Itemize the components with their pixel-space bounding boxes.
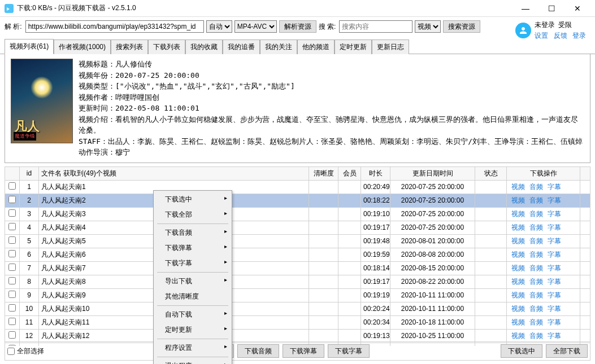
row-checkbox[interactable] bbox=[8, 182, 16, 190]
col-status[interactable]: 状态 bbox=[475, 166, 507, 180]
close-button[interactable]: ✕ bbox=[564, 0, 590, 17]
op-sub[interactable]: 字幕 bbox=[548, 264, 561, 272]
row-checkbox[interactable] bbox=[8, 318, 16, 325]
op-sub[interactable]: 字幕 bbox=[548, 223, 561, 231]
tab-0[interactable]: 视频列表(61) bbox=[5, 39, 54, 54]
tab-1[interactable]: 作者视频(1000) bbox=[54, 40, 111, 54]
row-checkbox[interactable] bbox=[8, 291, 16, 298]
op-video[interactable]: 视频 bbox=[511, 237, 525, 245]
col-duration[interactable]: 时长 bbox=[361, 166, 390, 180]
table-row[interactable]: 8凡人风起天南800:19:172020-08-22 20:00:00视频音频字… bbox=[5, 275, 590, 288]
tab-8[interactable]: 定时更新 bbox=[335, 40, 372, 54]
row-checkbox[interactable] bbox=[8, 264, 16, 271]
col-name[interactable]: 文件名 获取到(49)个视频 bbox=[39, 166, 309, 180]
table-row[interactable]: 1凡人风起天南100:20:492020-07-25 20:00:00视频音频字… bbox=[5, 180, 590, 194]
download-danmu-button[interactable]: 下载弹幕 bbox=[283, 344, 324, 358]
row-checkbox[interactable] bbox=[8, 209, 16, 217]
op-audio[interactable]: 音频 bbox=[529, 264, 543, 272]
op-video[interactable]: 视频 bbox=[511, 196, 525, 204]
download-sub-button[interactable]: 下载字幕 bbox=[328, 344, 370, 358]
select-all-checkbox[interactable]: 全部选择 bbox=[7, 347, 44, 356]
menu-item[interactable]: 下载字幕 bbox=[155, 256, 231, 271]
op-audio[interactable]: 音频 bbox=[529, 332, 543, 340]
op-sub[interactable]: 字幕 bbox=[548, 210, 561, 218]
table-row[interactable]: 6凡人风起天南600:19:592020-08-08 20:00:00视频音频字… bbox=[5, 248, 590, 261]
download-selected-button[interactable]: 下载选中 bbox=[501, 344, 542, 358]
link-settings[interactable]: 设置 bbox=[535, 32, 548, 40]
op-sub[interactable]: 字幕 bbox=[548, 332, 561, 340]
op-sub[interactable]: 字幕 bbox=[548, 237, 561, 245]
menu-item[interactable]: 退出程序 bbox=[155, 358, 231, 365]
op-video[interactable]: 视频 bbox=[511, 332, 525, 340]
col-vip[interactable]: 会员 bbox=[338, 166, 361, 180]
op-video[interactable]: 视频 bbox=[511, 278, 525, 286]
menu-item[interactable]: 下载全部 bbox=[155, 207, 231, 222]
op-audio[interactable]: 音频 bbox=[529, 278, 543, 286]
search-input[interactable] bbox=[339, 20, 412, 33]
op-video[interactable]: 视频 bbox=[511, 318, 525, 326]
search-button[interactable]: 搜索资源 bbox=[443, 20, 480, 33]
col-date[interactable]: 更新日期时间 bbox=[390, 166, 475, 180]
tab-2[interactable]: 搜索列表 bbox=[111, 40, 148, 54]
op-sub[interactable]: 字幕 bbox=[548, 318, 561, 326]
link-login[interactable]: 登录 bbox=[572, 32, 586, 40]
op-video[interactable]: 视频 bbox=[511, 223, 525, 231]
row-checkbox[interactable] bbox=[8, 236, 16, 244]
menu-item[interactable]: 其他清晰度 bbox=[155, 289, 231, 304]
row-checkbox[interactable] bbox=[8, 304, 16, 312]
op-sub[interactable]: 字幕 bbox=[548, 291, 561, 299]
menu-item[interactable]: 导出下载 bbox=[155, 274, 231, 289]
op-audio[interactable]: 音频 bbox=[529, 251, 543, 258]
op-video[interactable]: 视频 bbox=[511, 264, 525, 272]
op-audio[interactable]: 音频 bbox=[529, 223, 543, 231]
tab-6[interactable]: 我的关注 bbox=[260, 40, 297, 54]
menu-item[interactable]: 程序设置 bbox=[155, 340, 231, 356]
row-checkbox[interactable] bbox=[8, 331, 16, 339]
table-row[interactable]: 9凡人风起天南900:19:192020-10-11 11:00:00视频音频字… bbox=[5, 288, 590, 302]
tab-4[interactable]: 我的收藏 bbox=[185, 40, 223, 54]
menu-item[interactable]: 下载弹幕 bbox=[155, 240, 231, 256]
op-video[interactable]: 视频 bbox=[511, 305, 525, 313]
col-ops[interactable]: 下载操作 bbox=[507, 166, 580, 180]
row-checkbox[interactable] bbox=[8, 250, 16, 257]
download-all-button[interactable]: 全部下载 bbox=[546, 344, 588, 358]
link-feedback[interactable]: 反馈 bbox=[554, 32, 567, 40]
op-sub[interactable]: 字幕 bbox=[548, 251, 561, 258]
op-sub[interactable]: 字幕 bbox=[548, 183, 561, 191]
op-audio[interactable]: 音频 bbox=[529, 291, 543, 299]
table-row[interactable]: 11凡人风起天南1100:20:342020-10-18 11:00:00视频音… bbox=[5, 315, 590, 329]
tab-9[interactable]: 更新日志 bbox=[372, 40, 409, 54]
col-quality[interactable]: 清晰度 bbox=[309, 166, 338, 180]
col-id[interactable]: id bbox=[20, 166, 39, 180]
row-checkbox[interactable] bbox=[8, 223, 16, 230]
menu-item[interactable]: 下载选中 bbox=[155, 192, 231, 207]
menu-item[interactable]: 自动下载 bbox=[155, 307, 231, 322]
op-audio[interactable]: 音频 bbox=[529, 210, 543, 218]
op-video[interactable]: 视频 bbox=[511, 251, 525, 258]
op-video[interactable]: 视频 bbox=[511, 291, 525, 299]
mode-select[interactable]: 自动 bbox=[206, 20, 232, 33]
row-checkbox[interactable] bbox=[8, 277, 16, 284]
tab-5[interactable]: 我的追番 bbox=[223, 40, 260, 54]
minimize-button[interactable]: — bbox=[513, 0, 538, 17]
op-video[interactable]: 视频 bbox=[511, 183, 525, 191]
table-row[interactable]: 7凡人风起天南700:18:142020-08-15 20:00:00视频音频字… bbox=[5, 261, 590, 275]
op-audio[interactable]: 音频 bbox=[529, 318, 543, 326]
menu-item[interactable]: 下载音频 bbox=[155, 225, 231, 240]
menu-item[interactable]: 定时更新 bbox=[155, 322, 231, 337]
op-video[interactable]: 视频 bbox=[511, 210, 525, 218]
table-row[interactable]: 4凡人风起天南400:19:172020-07-25 20:00:00视频音频字… bbox=[5, 221, 590, 234]
op-audio[interactable]: 音频 bbox=[529, 183, 543, 191]
op-audio[interactable]: 音频 bbox=[529, 305, 543, 313]
url-input[interactable] bbox=[25, 20, 204, 33]
table-row[interactable]: 3凡人风起天南300:19:102020-07-25 20:00:00视频音频字… bbox=[5, 207, 590, 221]
tab-3[interactable]: 下载列表 bbox=[148, 40, 185, 54]
op-audio[interactable]: 音频 bbox=[529, 196, 543, 204]
op-sub[interactable]: 字幕 bbox=[548, 305, 561, 313]
maximize-button[interactable]: ☐ bbox=[538, 0, 564, 17]
table-row[interactable]: 10凡人风起天南1000:20:242020-10-11 11:00:00视频音… bbox=[5, 302, 590, 315]
tab-7[interactable]: 他的频道 bbox=[297, 40, 335, 54]
op-sub[interactable]: 字幕 bbox=[548, 278, 561, 286]
search-type-select[interactable]: 视频 bbox=[415, 20, 441, 33]
row-checkbox[interactable] bbox=[8, 196, 16, 203]
